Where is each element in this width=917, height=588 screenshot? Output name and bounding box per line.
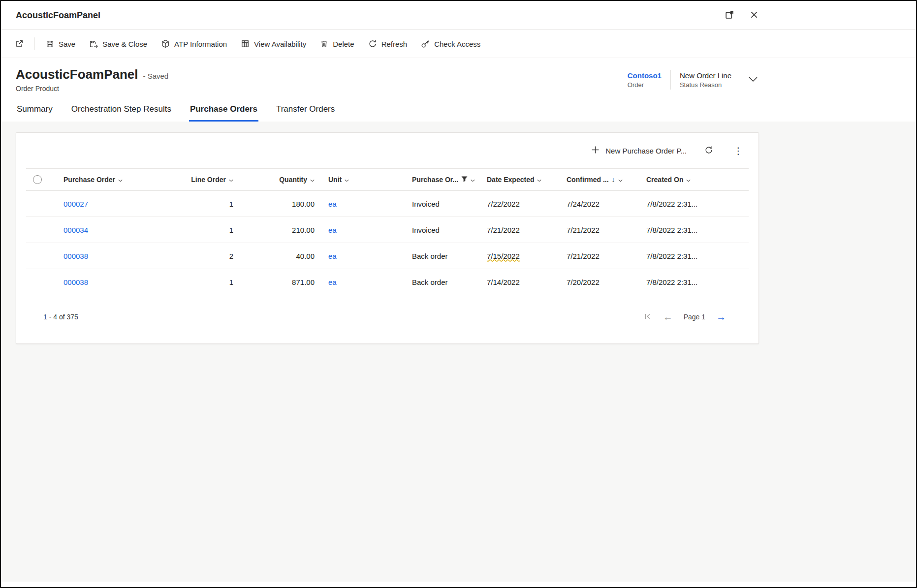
atp-information-label: ATP Information xyxy=(174,40,227,48)
form-expand-button[interactable] xyxy=(748,76,758,84)
commandbar-separator xyxy=(34,37,35,50)
record-count: 1 - 4 of 375 xyxy=(43,313,78,321)
subgrid-refresh-button[interactable] xyxy=(701,143,716,158)
table-row[interactable]: 000038 2 40.00 ea Back order 7/15/2022 7… xyxy=(26,243,749,269)
delete-button[interactable]: Delete xyxy=(313,34,361,54)
chevron-down-icon xyxy=(345,176,349,184)
tab-orchestration-step-results[interactable]: Orchestration Step Results xyxy=(70,100,172,122)
line-order-cell: 1 xyxy=(177,226,233,234)
command-bar: Save Save & Close ATP Information xyxy=(1,30,916,58)
window-title: AcousticFoamPanel xyxy=(16,10,100,21)
popout-icon xyxy=(725,10,734,21)
save-button[interactable]: Save xyxy=(39,34,82,54)
date-expected-cell: 7/14/2022 xyxy=(487,278,567,286)
purchase-order-link[interactable]: 000027 xyxy=(63,200,88,208)
column-unit[interactable]: Unit xyxy=(315,176,408,184)
trash-icon xyxy=(320,40,328,48)
chevron-down-icon xyxy=(229,176,233,184)
tab-content: New Purchase Order P... ⋮ xyxy=(1,122,916,582)
table-header-row: Purchase Order Line Order Quantity Unit xyxy=(26,168,749,191)
purchase-order-link[interactable]: 000038 xyxy=(63,278,88,286)
unit-link[interactable]: ea xyxy=(328,252,337,260)
grid-footer: 1 - 4 of 375 ← Page 1 → xyxy=(16,295,759,339)
purchase-order-link[interactable]: 000038 xyxy=(63,252,88,260)
save-icon xyxy=(46,40,54,48)
new-purchase-order-label: New Purchase Order P... xyxy=(605,147,687,155)
tab-transfer-orders[interactable]: Transfer Orders xyxy=(275,100,336,122)
previous-page-button[interactable]: ← xyxy=(663,312,673,322)
tab-summary[interactable]: Summary xyxy=(16,100,54,122)
key-icon xyxy=(421,39,430,48)
status-reason-value[interactable]: New Order Line xyxy=(680,71,731,80)
confirmed-cell: 7/20/2022 xyxy=(567,278,646,286)
quantity-cell: 40.00 xyxy=(233,252,315,260)
column-purchase-order[interactable]: Purchase Order xyxy=(54,176,177,184)
unit-link[interactable]: ea xyxy=(328,278,337,286)
order-lookup-label: Order xyxy=(628,81,662,89)
column-date-expected[interactable]: Date Expected xyxy=(487,176,567,184)
status-cell: Back order xyxy=(408,278,487,286)
purchase-orders-subgrid: New Purchase Order P... ⋮ xyxy=(16,132,759,344)
refresh-grid-icon xyxy=(704,146,713,156)
select-all-cell[interactable] xyxy=(26,175,54,184)
subgrid-toolbar: New Purchase Order P... ⋮ xyxy=(16,133,759,168)
view-availability-label: View Availability xyxy=(254,40,306,48)
table-row[interactable]: 000034 1 210.00 ea Invoiced 7/21/2022 7/… xyxy=(26,217,749,243)
table-row[interactable]: 000038 1 871.00 ea Back order 7/14/2022 … xyxy=(26,269,749,295)
refresh-icon xyxy=(368,39,377,48)
save-and-close-label: Save & Close xyxy=(102,40,147,48)
chevron-down-icon xyxy=(310,176,315,184)
confirmed-cell: 7/21/2022 xyxy=(567,252,646,260)
title-bar: AcousticFoamPanel xyxy=(1,1,916,30)
check-access-button[interactable]: Check Access xyxy=(414,34,487,54)
date-expected-cell: 7/22/2022 xyxy=(487,200,567,208)
next-page-button[interactable]: → xyxy=(716,312,726,322)
chevron-down-icon xyxy=(748,76,758,84)
new-purchase-order-button[interactable]: New Purchase Order P... xyxy=(591,146,687,155)
popout-window-button[interactable] xyxy=(724,9,735,21)
refresh-button[interactable]: Refresh xyxy=(361,34,414,54)
purchase-order-link[interactable]: 000034 xyxy=(63,226,88,234)
header-divider xyxy=(670,70,671,90)
view-availability-button[interactable]: View Availability xyxy=(234,34,313,54)
created-on-cell: 7/8/2022 2:31... xyxy=(646,226,749,234)
column-purchase-order-status[interactable]: Purchase Or... xyxy=(408,176,487,184)
unit-link[interactable]: ea xyxy=(328,200,337,208)
tab-purchase-orders[interactable]: Purchase Orders xyxy=(189,100,258,122)
atp-information-button[interactable]: ATP Information xyxy=(154,34,234,54)
created-on-cell: 7/8/2022 2:31... xyxy=(646,278,749,286)
quantity-cell: 180.00 xyxy=(233,200,315,208)
column-quantity[interactable]: Quantity xyxy=(233,176,315,184)
cube-icon xyxy=(161,39,170,48)
record-title: AcousticFoamPanel xyxy=(16,67,138,82)
popout-record-button[interactable] xyxy=(8,34,31,54)
quantity-cell: 871.00 xyxy=(233,278,315,286)
select-all-radio[interactable] xyxy=(33,175,42,184)
table-row[interactable]: 000027 1 180.00 ea Invoiced 7/22/2022 7/… xyxy=(26,191,749,217)
unit-link[interactable]: ea xyxy=(328,226,337,234)
refresh-label: Refresh xyxy=(381,40,408,48)
first-page-button[interactable] xyxy=(643,312,652,322)
order-lookup-link[interactable]: Contoso1 xyxy=(628,71,662,80)
entity-name: Order Product xyxy=(16,85,168,93)
delete-label: Delete xyxy=(333,40,354,48)
column-confirmed[interactable]: Confirmed ... ↓ xyxy=(567,176,646,184)
table-icon xyxy=(241,39,250,48)
column-line-order[interactable]: Line Order xyxy=(177,176,233,184)
chevron-down-icon xyxy=(618,176,623,184)
save-status: - Saved xyxy=(143,72,169,80)
chevron-down-icon xyxy=(537,176,541,184)
status-cell: Back order xyxy=(408,252,487,260)
created-on-cell: 7/8/2022 2:31... xyxy=(646,252,749,260)
chevron-down-icon xyxy=(686,176,691,184)
save-and-close-button[interactable]: Save & Close xyxy=(82,34,154,54)
page-indicator: Page 1 xyxy=(684,313,705,321)
date-expected-cell: 7/21/2022 xyxy=(487,226,567,234)
more-commands-button[interactable]: ⋮ xyxy=(731,143,746,158)
first-page-icon xyxy=(643,311,652,322)
close-icon xyxy=(750,10,759,21)
record-header: AcousticFoamPanel - Saved Order Product … xyxy=(1,58,916,97)
close-button[interactable] xyxy=(748,9,760,21)
chevron-down-icon xyxy=(118,176,123,184)
column-created-on[interactable]: Created On xyxy=(646,176,749,184)
